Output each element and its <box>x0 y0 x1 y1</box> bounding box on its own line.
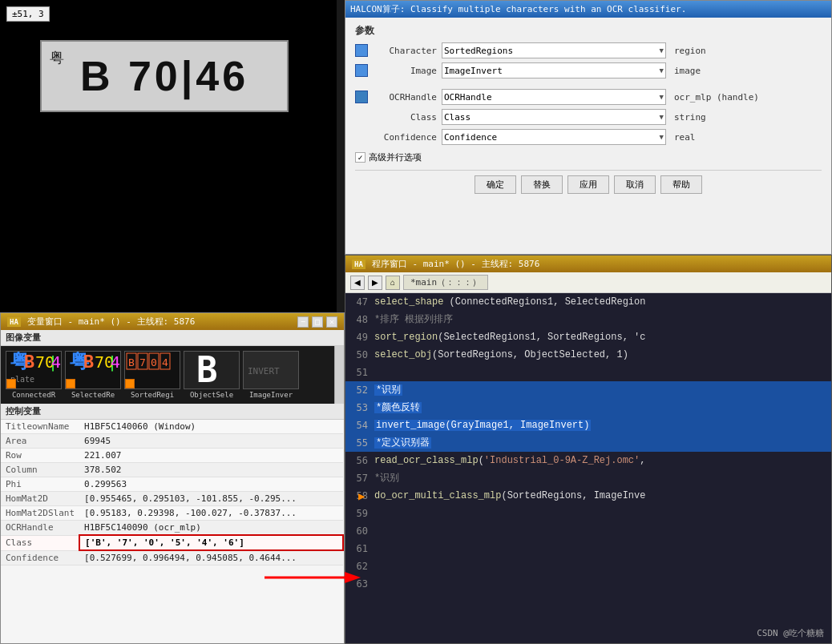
thumb-objectsele[interactable]: B ObjectSele <box>184 351 240 399</box>
advanced-row: ✓ 高级并行选项 <box>355 151 822 163</box>
help-button[interactable]: 帮助 <box>660 175 702 194</box>
key-hommat2d: HomMat2D <box>1 492 79 506</box>
class-select[interactable]: Class ▼ <box>442 109 666 125</box>
code-line-55: 55 *定义识别器 <box>345 434 831 452</box>
plate-prefix: 粤 <box>50 48 64 67</box>
row-hommat2d: HomMat2D [0.955465, 0.295103, -101.855, … <box>1 492 343 506</box>
character-select[interactable]: SortedRegions ▼ <box>442 42 666 58</box>
svg-text:0: 0 <box>151 356 157 368</box>
image-viewport: ±51, 3 粤 B 70|46 <box>0 0 337 312</box>
thumbnails-scrollbar[interactable] <box>334 346 344 404</box>
key-row: Row <box>1 449 79 463</box>
val-hommat2dslant: [0.95183, 0.29398, -100.027, -0.37837... <box>79 506 343 521</box>
variable-title-bar: HA 变量窗口 - main* () - 主线程: 5876 − □ ✕ <box>1 313 344 330</box>
image-type: image <box>674 66 701 76</box>
dialog-buttons: 确定 替换 应用 取消 帮助 <box>355 170 822 199</box>
halcon-title-bar: HALCON算子: Classify multiple characters w… <box>345 1 831 18</box>
csdn-watermark: CSDN @吃个糖糖 <box>757 627 824 639</box>
maximize-button[interactable]: □ <box>312 316 323 328</box>
svg-text:4: 4 <box>162 356 168 368</box>
thumb-selectedre[interactable]: 粤 B 70 | 46 SelectedRe <box>65 351 121 399</box>
code-line-62: 62 <box>345 557 831 575</box>
code-line-48: 48 *排序 根据列排序 <box>345 311 831 328</box>
advanced-checkbox[interactable]: ✓ <box>355 152 366 163</box>
val-class: ['B', '7', '0', '5', '4', '6'] <box>79 535 343 550</box>
key-titleownname: TitleownName <box>1 420 79 434</box>
thumb-img-imageinver: INVERT <box>243 351 299 389</box>
close-button[interactable]: ✕ <box>326 316 337 328</box>
image-select[interactable]: ImageInvert ▼ <box>442 62 666 78</box>
ocrhandle-select[interactable]: OCRHandle ▼ <box>442 89 666 105</box>
program-title-text: 程序窗口 - main* () - 主线程: 5876 <box>372 258 539 270</box>
thumb-icon-1 <box>6 379 16 388</box>
param-row-ocrhandle: OCRHandle OCRHandle ▼ ocr_mlp (handle) <box>355 89 822 105</box>
confidence-label: Confidence <box>373 132 437 143</box>
main-tab[interactable]: *main（：：：） <box>403 275 488 290</box>
param-row-confidence: Confidence Confidence ▼ real <box>355 129 822 145</box>
code-line-57: 57 *识别 <box>345 469 831 487</box>
thumb-label-connectedr: ConnectedR <box>12 391 55 399</box>
svg-text:B: B <box>24 352 34 372</box>
class-label: Class <box>373 112 437 123</box>
row-phi: Phi 0.299563 <box>1 477 343 492</box>
thumb-img-selectedre: 粤 B 70 | 46 <box>65 351 121 389</box>
thumb-label-selectedre: SelectedRe <box>71 391 115 399</box>
key-phi: Phi <box>1 477 79 492</box>
row-hommat2dslant: HomMat2DSlant [0.95183, 0.29398, -100.02… <box>1 506 343 521</box>
row-column: Column 378.502 <box>1 463 343 477</box>
license-plate-image: 粤 B 70|46 <box>40 40 289 112</box>
row-area: Area 69945 <box>1 434 343 449</box>
row-titleownname: TitleownName H1BF5C140060 (Window) <box>1 420 343 434</box>
code-line-63: 63 <box>345 575 831 593</box>
svg-text:46: 46 <box>111 352 120 372</box>
thumb-imageinver[interactable]: INVERT ImageInver <box>243 351 299 399</box>
svg-text:B: B <box>128 356 135 368</box>
row-confidence: Confidence [0.527699, 0.996494, 0.945085… <box>1 550 343 566</box>
svg-text:INVERT: INVERT <box>248 366 280 376</box>
home-button[interactable]: ⌂ <box>386 276 400 290</box>
forward-button[interactable]: ▶ <box>368 276 382 290</box>
program-window: HA 程序窗口 - main* () - 主线程: 5876 ◀ ▶ ⌂ *ma… <box>345 255 832 644</box>
key-hommat2dslant: HomMat2DSlant <box>1 506 79 521</box>
control-vars-area: TitleownName H1BF5C140060 (Window) Area … <box>1 420 344 643</box>
svg-text:46: 46 <box>51 352 61 372</box>
ocrhandle-type: ocr_mlp (handle) <box>674 92 759 103</box>
val-row: 221.007 <box>79 449 343 463</box>
param-row-class: Class Class ▼ string <box>355 109 822 125</box>
svg-text:B: B <box>196 352 218 388</box>
svg-marker-23 <box>345 572 361 583</box>
row-ocrhandle: OCRHandle H1BF5C140090 (ocr_mlp) <box>1 521 343 536</box>
advanced-label: 高级并行选项 <box>369 151 422 163</box>
val-ocrhandle: H1BF5C140090 (ocr_mlp) <box>79 521 343 536</box>
key-area: Area <box>1 434 79 449</box>
thumb-img-objectsele: B <box>184 351 240 389</box>
code-line-53: 53 *颜色反转 <box>345 399 831 417</box>
plate-text: B 70|46 <box>80 52 248 100</box>
halcon-title-text: HALCON算子: Classify multiple characters w… <box>350 3 686 15</box>
confidence-select[interactable]: Confidence ▼ <box>442 129 666 145</box>
apply-button[interactable]: 应用 <box>567 175 609 194</box>
minimize-button[interactable]: − <box>297 316 309 328</box>
confirm-button[interactable]: 确定 <box>475 175 516 194</box>
row-row: Row 221.007 <box>1 449 343 463</box>
code-area: 47 select_shape (ConnectedRegions1, Sele… <box>345 293 831 643</box>
thumb-label-objectsele: ObjectSele <box>190 391 233 399</box>
code-line-51: 51 <box>345 364 831 381</box>
code-line-52: 52 *识别 <box>345 381 831 399</box>
val-area: 69945 <box>79 434 343 449</box>
code-line-61: 61 <box>345 540 831 557</box>
image-label: Image <box>373 66 437 76</box>
thumb-sortedregi[interactable]: B 7 0 4 SortedRegi <box>124 351 180 399</box>
code-line-50: 50 select_obj(SortedRegions, ObjectSelec… <box>345 346 831 364</box>
cancel-button[interactable]: 取消 <box>614 175 656 194</box>
row-class: Class ['B', '7', '0', '5', '4', '6'] <box>1 535 343 550</box>
code-line-54: 54 invert_image(GrayImage1, ImageInvert) <box>345 417 831 434</box>
thumb-connectedr[interactable]: 粤 B 70 | 46 plate ConnectedR <box>6 351 62 399</box>
val-column: 378.502 <box>79 463 343 477</box>
image-icon <box>355 64 368 77</box>
code-line-49: 49 sort_region(SelectedRegions1, SortedR… <box>345 328 831 346</box>
replace-button[interactable]: 替换 <box>521 175 563 194</box>
thumb-label-sortedregi: SortedRegi <box>131 391 174 399</box>
confidence-type: real <box>674 132 696 143</box>
back-button[interactable]: ◀ <box>350 276 365 290</box>
